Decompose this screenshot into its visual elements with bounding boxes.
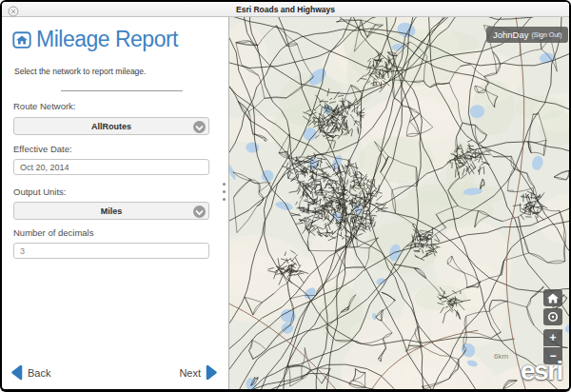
map-locate-button[interactable]: [543, 308, 562, 325]
route-network-label: Route Network:: [13, 101, 75, 111]
output-units-dropdown[interactable]: Miles: [13, 202, 209, 220]
effective-date-input[interactable]: [13, 159, 209, 175]
effective-date-label: Effective Date:: [13, 144, 72, 154]
instruction-text: Select the network to report mileage.: [14, 67, 146, 76]
titlebar: Esri Roads and Highways: [2, 2, 569, 17]
back-label: Back: [28, 367, 50, 379]
basemap: [229, 17, 569, 389]
home-icon: [546, 292, 560, 304]
page-title: Mileage Report: [36, 27, 178, 52]
user-name: JohnDay: [493, 29, 529, 40]
home-icon: [11, 29, 32, 50]
window-body: Esri Roads and Highways Mileage Report S…: [2, 2, 569, 389]
route-network-dropdown[interactable]: AllRoutes: [13, 117, 209, 135]
esri-logo: esri: [521, 356, 562, 386]
next-button[interactable]: Next: [179, 364, 218, 381]
scale-label: 6km: [494, 352, 508, 361]
app-window: Esri Roads and Highways Mileage Report S…: [0, 0, 571, 392]
decimals-input[interactable]: [13, 243, 209, 259]
back-button[interactable]: Back: [10, 364, 50, 381]
app-title: Esri Roads and Highways: [2, 5, 569, 14]
chevron-down-icon[interactable]: [193, 121, 206, 133]
panel-drag-handle[interactable]: [220, 183, 227, 204]
user-badge: JohnDay (Sign Out): [486, 27, 568, 43]
route-network-value: AllRoutes: [91, 122, 131, 131]
next-label: Next: [179, 367, 201, 379]
map-canvas[interactable]: JohnDay (Sign Out) + − 6km esri: [228, 17, 569, 389]
chevron-left-icon: [10, 364, 23, 381]
chevron-right-icon: [206, 364, 218, 381]
map-home-button[interactable]: [543, 289, 562, 306]
panel-header: Mileage Report: [11, 27, 178, 52]
side-panel: Mileage Report Select the network to rep…: [2, 17, 228, 389]
sign-out-link[interactable]: (Sign Out): [532, 31, 562, 38]
divider: [61, 90, 183, 91]
chevron-down-icon[interactable]: [193, 206, 206, 218]
locate-icon: [546, 310, 560, 323]
zoom-in-button[interactable]: +: [543, 329, 562, 346]
output-units-value: Miles: [101, 206, 123, 216]
output-units-label: Output Units:: [13, 186, 66, 197]
decimals-label: Number of decimals: [13, 227, 93, 238]
